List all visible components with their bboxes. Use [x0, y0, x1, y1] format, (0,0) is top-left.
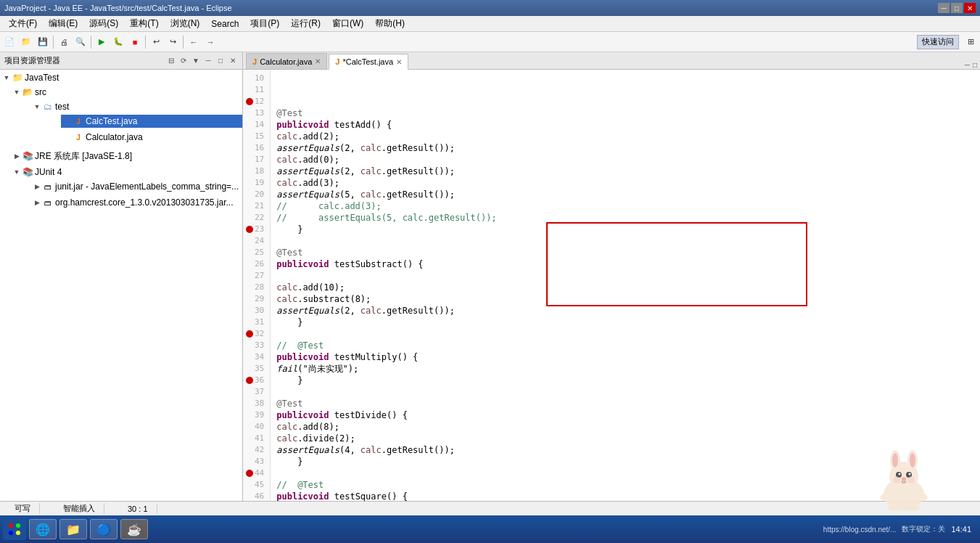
menu-item-r[interactable]: 运行(R): [285, 16, 326, 31]
code-line-19[interactable]: // calc.add(3);: [276, 200, 974, 212]
sidebar-close[interactable]: ✕: [228, 56, 238, 66]
code-line-39[interactable]: calc.divide(2);: [276, 433, 974, 444]
taskbar-eclipse[interactable]: ☕: [120, 519, 148, 539]
toolbar-undo[interactable]: ↩: [148, 34, 164, 50]
tree-row-jre[interactable]: ▶ 📚 JRE 系统库 [JavaSE-1.8]: [10, 150, 242, 163]
sidebar-icon-min[interactable]: ─: [203, 56, 213, 66]
code-content[interactable]: @Test public void testAdd() { calc.add(2…: [271, 70, 980, 501]
tab-calctest-close[interactable]: ✕: [396, 58, 402, 66]
minimize-button[interactable]: ─: [938, 3, 950, 13]
code-editor[interactable]: 1011121314151617181920212223242526272829…: [243, 70, 980, 501]
menu-item-n[interactable]: 浏览(N): [165, 16, 206, 31]
toolbar-stop[interactable]: ■: [127, 34, 143, 50]
code-line-21[interactable]: }: [276, 224, 974, 235]
code-line-30[interactable]: [276, 328, 974, 340]
menu-item-s[interactable]: 源码(S): [83, 16, 124, 31]
code-line-13[interactable]: calc.add(2);: [276, 131, 974, 142]
quick-access-label[interactable]: 快速访问: [917, 35, 959, 49]
line-num-29: 29: [246, 293, 267, 305]
code-line-29[interactable]: }: [276, 317, 974, 328]
tab-calctest[interactable]: J *CalcTest.java ✕: [329, 54, 408, 70]
code-line-40[interactable]: assertEquals(4, calc.getResult());: [276, 444, 974, 456]
code-line-38[interactable]: calc.add(8);: [276, 421, 974, 433]
code-line-32[interactable]: public void testMultiply() {: [276, 351, 974, 363]
menu-item-f[interactable]: 文件(F): [3, 16, 43, 31]
toolbar-navigate-back[interactable]: ←: [186, 34, 202, 50]
menu-item-h[interactable]: 帮助(H): [369, 16, 411, 31]
code-line-27[interactable]: calc.substract(8);: [276, 293, 974, 305]
sidebar-icon-sync[interactable]: ⟳: [178, 56, 189, 66]
code-line-25[interactable]: [276, 270, 974, 282]
tree-row-calctest[interactable]: J CalcTest.java: [61, 115, 242, 128]
code-line-31[interactable]: // @Test: [276, 340, 974, 351]
code-line-36[interactable]: @Test: [276, 398, 974, 409]
taskbar-ie[interactable]: 🌐: [29, 519, 57, 539]
code-line-37[interactable]: public void testDivide() {: [276, 409, 974, 421]
menu-item-t[interactable]: 重构(T): [124, 16, 164, 31]
taskbar-chrome[interactable]: 🔵: [90, 519, 118, 539]
tree-row-junitjar[interactable]: ▶ 🗃 junit.jar - JavaElementLabels_comma_…: [30, 180, 242, 193]
code-line-42[interactable]: [276, 468, 974, 479]
code-line-15[interactable]: calc.add(0);: [276, 154, 974, 166]
sidebar-icon-collapse[interactable]: ⊟: [166, 56, 176, 66]
code-line-35[interactable]: [276, 386, 974, 398]
code-line-20[interactable]: // assertEquals(5, calc.getResult());: [276, 212, 974, 224]
expand-junitjar[interactable]: ▶: [32, 183, 42, 190]
tree-row-src[interactable]: ▼ 📂 src: [10, 86, 242, 99]
expand-javatest[interactable]: ▼: [1, 74, 12, 81]
start-button[interactable]: [3, 518, 26, 540]
tree-junit4: ▼ 📚 JUnit 4 ▶ 🗃 junit.jar - JavaElementL…: [0, 164, 242, 212]
code-line-33[interactable]: fail("尚未实现");: [276, 363, 974, 375]
code-line-23[interactable]: @Test: [276, 247, 974, 258]
toolbar-redo[interactable]: ↪: [165, 34, 181, 50]
maximize-button[interactable]: □: [951, 3, 963, 13]
expand-junit4[interactable]: ▼: [12, 168, 22, 176]
expand-test[interactable]: ▼: [32, 103, 42, 110]
expand-hamcrest[interactable]: ▶: [32, 199, 42, 206]
menu-item-search[interactable]: Search: [205, 17, 244, 30]
tree-row-calculator[interactable]: J Calculator.java: [61, 131, 242, 144]
code-line-28[interactable]: assertEquals(2, calc.getResult());: [276, 305, 974, 317]
code-line-43[interactable]: // @Test: [276, 479, 974, 491]
code-line-11[interactable]: @Test: [276, 107, 974, 119]
expand-src[interactable]: ▼: [12, 89, 22, 96]
icon-calculator-java: J: [73, 131, 84, 143]
sidebar-icon-menu[interactable]: ▼: [191, 56, 201, 66]
toolbar-save[interactable]: 💾: [35, 34, 51, 50]
toolbar-print[interactable]: 🖨: [56, 34, 72, 50]
toolbar-debug[interactable]: 🐛: [110, 34, 126, 50]
code-line-16[interactable]: assertEquals(2, calc.getResult());: [276, 166, 974, 177]
code-line-34[interactable]: }: [276, 375, 974, 386]
sidebar-icon-max[interactable]: □: [215, 56, 226, 66]
menu-item-e[interactable]: 编辑(E): [43, 16, 83, 31]
toolbar-search[interactable]: 🔍: [73, 34, 88, 50]
code-line-10[interactable]: [276, 96, 974, 107]
code-line-17[interactable]: calc.add(3);: [276, 177, 974, 189]
menu-item-p[interactable]: 项目(P): [244, 16, 285, 31]
code-line-22[interactable]: [276, 235, 974, 247]
tree-row-junit4[interactable]: ▼ 📚 JUnit 4: [10, 166, 242, 179]
tree-row-test[interactable]: ▼ 🗂 test: [30, 100, 242, 113]
toolbar-views[interactable]: ⊞: [963, 34, 979, 50]
code-line-12[interactable]: public void testAdd() {: [276, 119, 974, 131]
code-line-18[interactable]: assertEquals(5, calc.getResult());: [276, 189, 974, 200]
tab-calculator-close[interactable]: ✕: [315, 57, 321, 65]
code-line-44[interactable]: public void testSquare() {: [276, 491, 974, 501]
toolbar-navigate-fwd[interactable]: →: [202, 34, 218, 50]
tree-row-javatest[interactable]: ▼ 📁 JavaTest: [0, 71, 242, 84]
tab-min-button[interactable]: ─: [965, 61, 970, 69]
code-line-14[interactable]: assertEquals(2, calc.getResult());: [276, 142, 974, 154]
code-line-24[interactable]: public void testSubstract() {: [276, 258, 974, 270]
toolbar-open[interactable]: 📁: [18, 34, 34, 50]
tab-max-button[interactable]: □: [973, 61, 977, 69]
expand-jre[interactable]: ▶: [12, 152, 22, 160]
tree-row-hamcrest[interactable]: ▶ 🗃 org.hamcrest.core_1.3.0.v20130303173…: [30, 196, 242, 209]
toolbar-run[interactable]: ▶: [94, 34, 110, 50]
toolbar-new[interactable]: 📄: [1, 34, 17, 50]
code-line-26[interactable]: calc.add(10);: [276, 282, 974, 293]
close-button[interactable]: ✕: [964, 3, 976, 13]
taskbar-folder[interactable]: 📁: [59, 519, 87, 539]
tab-calculator[interactable]: J Calculator.java ✕: [246, 53, 327, 69]
code-line-41[interactable]: }: [276, 456, 974, 468]
menu-item-w[interactable]: 窗口(W): [326, 16, 369, 31]
